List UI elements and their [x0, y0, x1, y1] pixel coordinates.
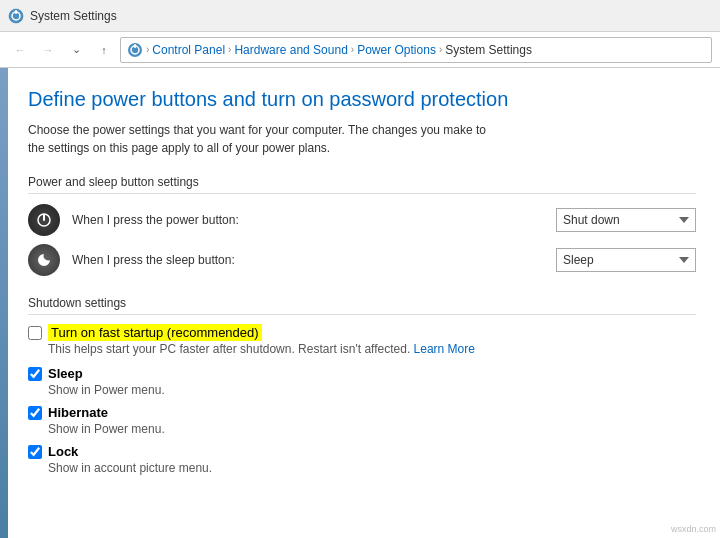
sleep-label[interactable]: Sleep — [48, 366, 83, 381]
shutdown-section-header: Shutdown settings — [28, 296, 696, 315]
sleep-checkbox[interactable] — [28, 367, 42, 381]
breadcrumb-sep-3: › — [439, 44, 442, 55]
title-bar-text: System Settings — [30, 9, 117, 23]
sleep-button-icon — [28, 244, 60, 276]
power-button-row: When I press the power button: Do nothin… — [28, 204, 696, 236]
power-button-dropdown[interactable]: Do nothing Sleep Hibernate Shut down Tur… — [556, 208, 696, 232]
breadcrumb-control-panel[interactable]: Control Panel — [152, 43, 225, 57]
lock-item: Lock Show in account picture menu. — [28, 444, 696, 475]
fast-startup-description: This helps start your PC faster after sh… — [48, 342, 696, 356]
sleep-sub-label: Show in Power menu. — [48, 383, 696, 397]
forward-button[interactable]: → — [36, 38, 60, 62]
svg-rect-7 — [43, 214, 45, 221]
breadcrumb-power-options[interactable]: Power Options — [357, 43, 436, 57]
up-button[interactable]: ↑ — [92, 38, 116, 62]
back-button[interactable]: ← — [8, 38, 32, 62]
fast-startup-label-row: Turn on fast startup (recommended) — [28, 325, 696, 340]
fast-startup-label[interactable]: Turn on fast startup (recommended) — [48, 325, 262, 340]
page-title: Define power buttons and turn on passwor… — [28, 88, 696, 111]
lock-label-row: Lock — [28, 444, 696, 459]
svg-rect-5 — [134, 44, 136, 48]
breadcrumb-hardware-sound[interactable]: Hardware and Sound — [234, 43, 347, 57]
power-button-label: When I press the power button: — [72, 213, 544, 227]
lock-checkbox[interactable] — [28, 445, 42, 459]
hibernate-item: Hibernate Show in Power menu. — [28, 405, 696, 436]
lock-sub-label: Show in account picture menu. — [48, 461, 696, 475]
recent-pages-button[interactable]: ⌄ — [64, 38, 88, 62]
breadcrumb-icon — [127, 42, 143, 58]
fast-startup-highlight-text: Turn on fast startup (recommended) — [48, 324, 262, 341]
fast-startup-item: Turn on fast startup (recommended) This … — [28, 325, 696, 356]
hibernate-label[interactable]: Hibernate — [48, 405, 108, 420]
sleep-button-row: When I press the sleep button: Do nothin… — [28, 244, 696, 276]
main-content: Define power buttons and turn on passwor… — [0, 68, 720, 538]
page-description: Choose the power settings that you want … — [28, 121, 488, 157]
title-bar: System Settings — [0, 0, 720, 32]
fast-startup-checkbox[interactable] — [28, 326, 42, 340]
breadcrumb-sep-1: › — [228, 44, 231, 55]
breadcrumb: › Control Panel › Hardware and Sound › P… — [120, 37, 712, 63]
hibernate-label-row: Hibernate — [28, 405, 696, 420]
address-bar: ← → ⌄ ↑ › Control Panel › Hardware and S… — [0, 32, 720, 68]
hibernate-checkbox[interactable] — [28, 406, 42, 420]
app-icon — [8, 8, 24, 24]
content-area: Define power buttons and turn on passwor… — [8, 68, 720, 538]
power-button-icon — [28, 204, 60, 236]
hibernate-sub-label: Show in Power menu. — [48, 422, 696, 436]
sleep-label-row: Sleep — [28, 366, 696, 381]
svg-rect-2 — [15, 10, 17, 14]
sleep-button-label: When I press the sleep button: — [72, 253, 544, 267]
sidebar-accent — [0, 68, 8, 538]
learn-more-link[interactable]: Learn More — [414, 342, 475, 356]
breadcrumb-sep-2: › — [351, 44, 354, 55]
breadcrumb-current: System Settings — [445, 43, 532, 57]
button-settings-section: Power and sleep button settings When I p… — [28, 175, 696, 276]
shutdown-settings-section: Shutdown settings Turn on fast startup (… — [28, 296, 696, 475]
lock-label[interactable]: Lock — [48, 444, 78, 459]
watermark: wsxdn.com — [671, 524, 716, 534]
power-section-header: Power and sleep button settings — [28, 175, 696, 194]
breadcrumb-sep-0: › — [146, 44, 149, 55]
sleep-item: Sleep Show in Power menu. — [28, 366, 696, 397]
sleep-button-dropdown[interactable]: Do nothing Sleep Hibernate Shut down Tur… — [556, 248, 696, 272]
